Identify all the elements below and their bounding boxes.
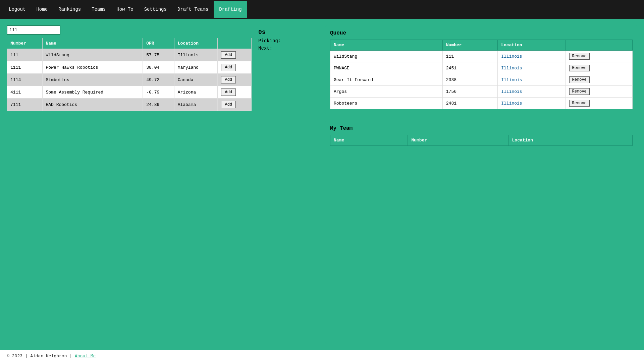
location-link[interactable]: Illinois (501, 54, 522, 59)
queue-col-location: Location (498, 40, 566, 51)
queue-section: Queue Name Number Location WildStang 111… (325, 25, 637, 114)
teams-table: Number Name OPR Location 111 WildStang 5… (7, 38, 252, 111)
team-name: WildStang (42, 49, 143, 61)
col-location: Location (174, 38, 218, 49)
col-action (218, 38, 252, 49)
queue-action: Remove (566, 51, 632, 62)
team-location: Arizona (174, 86, 218, 99)
queue-row: Gear It Forward 2338 Illinois Remove (330, 74, 633, 86)
queue-team-location: Illinois (498, 98, 566, 109)
queue-action: Remove (566, 74, 632, 86)
queue-team-number: 1756 (442, 86, 497, 98)
queue-team-number: 2481 (442, 98, 497, 109)
nav-item-how-to[interactable]: How To (111, 1, 139, 18)
queue-team-name: Gear It Forward (330, 74, 443, 86)
team-action: Add (218, 99, 252, 111)
add-button[interactable]: Add (221, 51, 236, 59)
remove-button[interactable]: Remove (569, 76, 590, 83)
footer-text: © 2023 | Aidan Keighron | (7, 354, 72, 359)
table-row: 4111 Some Assembly Required -0.79 Arizon… (7, 86, 252, 99)
add-button[interactable]: Add (221, 64, 236, 71)
team-location: Alabama (174, 99, 218, 111)
queue-col-action (566, 40, 632, 51)
nav-item-home[interactable]: Home (31, 1, 53, 18)
picking-label: Picking: (258, 38, 319, 44)
remove-button[interactable]: Remove (569, 100, 590, 107)
nav-item-logout[interactable]: Logout (3, 1, 31, 18)
queue-team-location: Illinois (498, 51, 566, 62)
queue-team-name: WildStang (330, 51, 443, 62)
team-action: Add (218, 49, 252, 61)
queue-action: Remove (566, 86, 632, 98)
location-link[interactable]: Illinois (501, 89, 522, 94)
team-opr: 24.89 (143, 99, 174, 111)
team-name: RAD Robotics (42, 99, 143, 111)
queue-col-name: Name (330, 40, 443, 51)
queue-team-name: Argos (330, 86, 443, 98)
picking-title: 0s (258, 29, 319, 36)
queue-row: WildStang 111 Illinois Remove (330, 51, 633, 62)
add-button[interactable]: Add (221, 76, 236, 83)
team-location: Maryland (174, 61, 218, 74)
team-number: 7111 (7, 99, 43, 111)
queue-table: Name Number Location WildStang 111 Illin… (330, 40, 633, 109)
myteam-col-name: Name (330, 135, 408, 146)
table-row: 1114 Simbotics 49.72 Canada Add (7, 74, 252, 86)
team-opr: 38.04 (143, 61, 174, 74)
team-number: 4111 (7, 86, 43, 99)
nav-item-settings[interactable]: Settings (139, 1, 172, 18)
myteam-section: My Team Name Number Location (325, 121, 637, 344)
left-panel: Number Name OPR Location 111 WildStang 5… (7, 25, 252, 344)
queue-team-location: Illinois (498, 74, 566, 86)
search-input[interactable] (7, 25, 60, 35)
location-link[interactable]: Illinois (501, 101, 522, 106)
team-opr: 49.72 (143, 74, 174, 86)
team-number: 1111 (7, 61, 43, 74)
remove-button[interactable]: Remove (569, 53, 590, 60)
myteam-table: Name Number Location (330, 135, 633, 146)
queue-team-number: 2338 (442, 74, 497, 86)
myteam-title: My Team (330, 125, 633, 131)
location-link[interactable]: Illinois (501, 66, 522, 71)
queue-team-number: 2451 (442, 62, 497, 74)
navbar: LogoutHomeRankingsTeamsHow ToSettingsDra… (0, 0, 644, 19)
add-button[interactable]: Add (221, 101, 236, 108)
nav-item-rankings[interactable]: Rankings (53, 1, 86, 18)
about-me-link[interactable]: About Me (75, 354, 96, 359)
queue-row: PWNAGE 2451 Illinois Remove (330, 62, 633, 74)
team-action: Add (218, 86, 252, 99)
team-name: Simbotics (42, 74, 143, 86)
team-action: Add (218, 74, 252, 86)
queue-action: Remove (566, 62, 632, 74)
queue-row: Roboteers 2481 Illinois Remove (330, 98, 633, 109)
nav-item-teams[interactable]: Teams (86, 1, 111, 18)
team-name: Some Assembly Required (42, 86, 143, 99)
queue-team-name: Roboteers (330, 98, 443, 109)
team-action: Add (218, 61, 252, 74)
queue-team-number: 111 (442, 51, 497, 62)
team-opr: 57.75 (143, 49, 174, 61)
queue-team-name: PWNAGE (330, 62, 443, 74)
add-button[interactable]: Add (221, 88, 236, 96)
remove-button[interactable]: Remove (569, 88, 590, 95)
middle-panel: 0s Picking: Next: (258, 25, 319, 344)
queue-team-location: Illinois (498, 86, 566, 98)
queue-action: Remove (566, 98, 632, 109)
next-label: Next: (258, 46, 319, 51)
main-content: Number Name OPR Location 111 WildStang 5… (0, 19, 644, 350)
myteam-col-number: Number (408, 135, 508, 146)
table-row: 1111 Power Hawks Robotics 38.04 Maryland… (7, 61, 252, 74)
myteam-col-location: Location (508, 135, 632, 146)
team-name: Power Hawks Robotics (42, 61, 143, 74)
remove-button[interactable]: Remove (569, 65, 590, 71)
team-location: Canada (174, 74, 218, 86)
team-location: Illinois (174, 49, 218, 61)
footer: © 2023 | Aidan Keighron | About Me (0, 350, 644, 362)
queue-col-number: Number (442, 40, 497, 51)
col-opr: OPR (143, 38, 174, 49)
table-row: 111 WildStang 57.75 Illinois Add (7, 49, 252, 61)
nav-item-drafting[interactable]: Drafting (214, 1, 247, 18)
location-link[interactable]: Illinois (501, 77, 522, 82)
nav-item-draft-teams[interactable]: Draft Teams (172, 1, 214, 18)
table-row: 7111 RAD Robotics 24.89 Alabama Add (7, 99, 252, 111)
